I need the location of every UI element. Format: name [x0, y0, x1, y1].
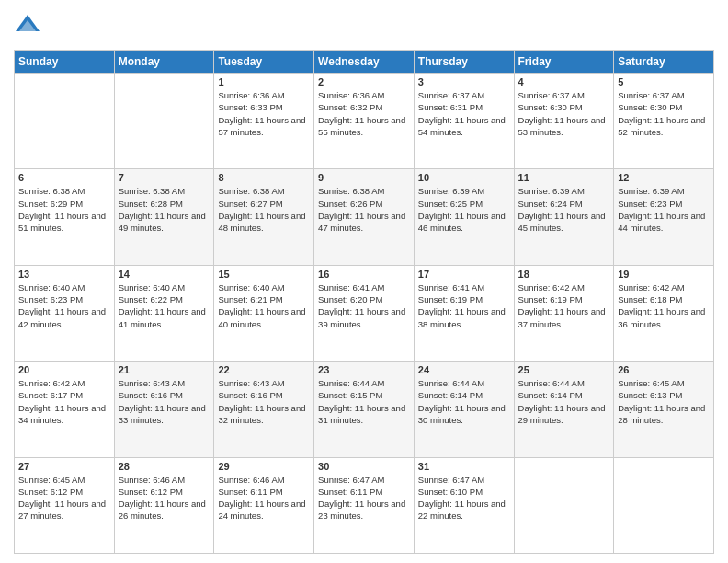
calendar-week-5: 27Sunrise: 6:45 AMSunset: 6:12 PMDayligh…	[15, 457, 714, 553]
day-info: Sunrise: 6:39 AMSunset: 6:24 PMDaylight:…	[518, 185, 610, 234]
day-number: 27	[18, 461, 110, 472]
calendar-cell: 9Sunrise: 6:38 AMSunset: 6:26 PMDaylight…	[314, 169, 415, 265]
calendar-cell: 2Sunrise: 6:36 AMSunset: 6:32 PMDaylight…	[314, 74, 415, 169]
day-number: 1	[218, 76, 310, 87]
calendar-cell	[614, 457, 714, 553]
calendar-week-4: 20Sunrise: 6:42 AMSunset: 6:17 PMDayligh…	[15, 362, 714, 457]
calendar-cell: 19Sunrise: 6:42 AMSunset: 6:18 PMDayligh…	[614, 265, 714, 361]
calendar-cell: 22Sunrise: 6:43 AMSunset: 6:16 PMDayligh…	[214, 362, 314, 457]
day-info: Sunrise: 6:42 AMSunset: 6:17 PMDaylight:…	[18, 377, 110, 426]
calendar-cell: 24Sunrise: 6:44 AMSunset: 6:14 PMDayligh…	[414, 362, 514, 457]
calendar-cell: 26Sunrise: 6:45 AMSunset: 6:13 PMDayligh…	[614, 362, 714, 457]
logo	[14, 9, 45, 42]
day-number: 19	[618, 269, 710, 280]
weekday-header-tuesday: Tuesday	[214, 51, 314, 74]
day-info: Sunrise: 6:37 AMSunset: 6:30 PMDaylight:…	[518, 89, 610, 138]
calendar-cell: 1Sunrise: 6:36 AMSunset: 6:33 PMDaylight…	[214, 74, 314, 169]
day-info: Sunrise: 6:41 AMSunset: 6:20 PMDaylight:…	[318, 282, 410, 330]
day-info: Sunrise: 6:38 AMSunset: 6:26 PMDaylight:…	[318, 185, 410, 234]
calendar-cell	[514, 457, 614, 553]
day-number: 2	[318, 76, 410, 87]
calendar-cell: 15Sunrise: 6:40 AMSunset: 6:21 PMDayligh…	[214, 265, 314, 361]
calendar-cell: 12Sunrise: 6:39 AMSunset: 6:23 PMDayligh…	[614, 169, 714, 265]
day-number: 18	[518, 269, 610, 280]
calendar-cell: 6Sunrise: 6:38 AMSunset: 6:29 PMDaylight…	[15, 169, 115, 265]
day-number: 14	[119, 269, 210, 280]
day-number: 29	[218, 461, 310, 472]
day-number: 23	[318, 364, 410, 375]
day-info: Sunrise: 6:36 AMSunset: 6:32 PMDaylight:…	[318, 89, 410, 138]
day-info: Sunrise: 6:46 AMSunset: 6:12 PMDaylight:…	[119, 474, 210, 523]
calendar-cell: 20Sunrise: 6:42 AMSunset: 6:17 PMDayligh…	[15, 362, 115, 457]
day-info: Sunrise: 6:47 AMSunset: 6:11 PMDaylight:…	[318, 474, 410, 523]
day-info: Sunrise: 6:40 AMSunset: 6:21 PMDaylight:…	[218, 282, 310, 330]
day-number: 24	[418, 364, 510, 375]
day-info: Sunrise: 6:44 AMSunset: 6:14 PMDaylight:…	[418, 377, 510, 426]
day-number: 11	[518, 172, 610, 183]
calendar-cell: 3Sunrise: 6:37 AMSunset: 6:31 PMDaylight…	[414, 74, 514, 169]
calendar-week-1: 1Sunrise: 6:36 AMSunset: 6:33 PMDaylight…	[15, 74, 714, 169]
day-number: 7	[119, 172, 210, 183]
day-number: 13	[18, 269, 110, 280]
day-number: 31	[418, 461, 510, 472]
day-number: 21	[119, 364, 210, 375]
calendar-cell: 25Sunrise: 6:44 AMSunset: 6:14 PMDayligh…	[514, 362, 614, 457]
calendar-cell: 18Sunrise: 6:42 AMSunset: 6:19 PMDayligh…	[514, 265, 614, 361]
weekday-header-row: SundayMondayTuesdayWednesdayThursdayFrid…	[15, 51, 714, 74]
calendar-week-2: 6Sunrise: 6:38 AMSunset: 6:29 PMDaylight…	[15, 169, 714, 265]
calendar-table: SundayMondayTuesdayWednesdayThursdayFrid…	[14, 50, 714, 554]
day-number: 12	[618, 172, 710, 183]
calendar-cell	[15, 74, 115, 169]
day-number: 10	[418, 172, 510, 183]
day-info: Sunrise: 6:39 AMSunset: 6:23 PMDaylight:…	[618, 185, 710, 234]
weekday-header-thursday: Thursday	[414, 51, 514, 74]
day-number: 17	[418, 269, 510, 280]
weekday-header-wednesday: Wednesday	[314, 51, 415, 74]
day-info: Sunrise: 6:45 AMSunset: 6:13 PMDaylight:…	[618, 377, 710, 426]
day-info: Sunrise: 6:41 AMSunset: 6:19 PMDaylight:…	[418, 282, 510, 330]
day-info: Sunrise: 6:42 AMSunset: 6:18 PMDaylight:…	[618, 282, 710, 330]
calendar-cell: 28Sunrise: 6:46 AMSunset: 6:12 PMDayligh…	[114, 457, 214, 553]
calendar-cell: 4Sunrise: 6:37 AMSunset: 6:30 PMDaylight…	[514, 74, 614, 169]
day-number: 8	[218, 172, 310, 183]
header	[14, 9, 714, 42]
day-number: 16	[318, 269, 410, 280]
calendar-cell: 29Sunrise: 6:46 AMSunset: 6:11 PMDayligh…	[214, 457, 314, 553]
day-info: Sunrise: 6:43 AMSunset: 6:16 PMDaylight:…	[218, 377, 310, 426]
calendar-cell: 11Sunrise: 6:39 AMSunset: 6:24 PMDayligh…	[514, 169, 614, 265]
day-number: 9	[318, 172, 410, 183]
day-number: 6	[18, 172, 110, 183]
calendar-cell: 30Sunrise: 6:47 AMSunset: 6:11 PMDayligh…	[314, 457, 415, 553]
day-info: Sunrise: 6:39 AMSunset: 6:25 PMDaylight:…	[418, 185, 510, 234]
day-number: 30	[318, 461, 410, 472]
day-info: Sunrise: 6:40 AMSunset: 6:22 PMDaylight:…	[119, 282, 210, 330]
calendar-cell: 21Sunrise: 6:43 AMSunset: 6:16 PMDayligh…	[114, 362, 214, 457]
day-number: 5	[618, 76, 710, 87]
weekday-header-saturday: Saturday	[614, 51, 714, 74]
calendar-week-3: 13Sunrise: 6:40 AMSunset: 6:23 PMDayligh…	[15, 265, 714, 361]
calendar-cell: 10Sunrise: 6:39 AMSunset: 6:25 PMDayligh…	[414, 169, 514, 265]
day-info: Sunrise: 6:44 AMSunset: 6:15 PMDaylight:…	[318, 377, 410, 426]
calendar-cell: 7Sunrise: 6:38 AMSunset: 6:28 PMDaylight…	[114, 169, 214, 265]
day-info: Sunrise: 6:44 AMSunset: 6:14 PMDaylight:…	[518, 377, 610, 426]
day-info: Sunrise: 6:45 AMSunset: 6:12 PMDaylight:…	[18, 474, 110, 523]
calendar-page: SundayMondayTuesdayWednesdayThursdayFrid…	[0, 0, 728, 563]
calendar-cell: 5Sunrise: 6:37 AMSunset: 6:30 PMDaylight…	[614, 74, 714, 169]
day-number: 22	[218, 364, 310, 375]
weekday-header-friday: Friday	[514, 51, 614, 74]
calendar-cell: 13Sunrise: 6:40 AMSunset: 6:23 PMDayligh…	[15, 265, 115, 361]
day-number: 3	[418, 76, 510, 87]
day-info: Sunrise: 6:36 AMSunset: 6:33 PMDaylight:…	[218, 89, 310, 138]
day-number: 25	[518, 364, 610, 375]
day-number: 20	[18, 364, 110, 375]
weekday-header-monday: Monday	[114, 51, 214, 74]
day-info: Sunrise: 6:38 AMSunset: 6:27 PMDaylight:…	[218, 185, 310, 234]
day-number: 4	[518, 76, 610, 87]
calendar-cell: 27Sunrise: 6:45 AMSunset: 6:12 PMDayligh…	[15, 457, 115, 553]
day-info: Sunrise: 6:37 AMSunset: 6:30 PMDaylight:…	[618, 89, 710, 138]
logo-icon	[14, 11, 41, 42]
day-number: 26	[618, 364, 710, 375]
day-info: Sunrise: 6:38 AMSunset: 6:28 PMDaylight:…	[119, 185, 210, 234]
day-info: Sunrise: 6:37 AMSunset: 6:31 PMDaylight:…	[418, 89, 510, 138]
calendar-cell: 23Sunrise: 6:44 AMSunset: 6:15 PMDayligh…	[314, 362, 415, 457]
